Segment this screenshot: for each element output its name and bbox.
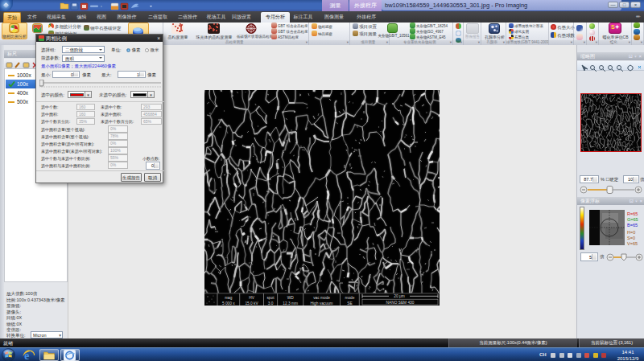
svg-text:20 μm: 20 μm: [394, 294, 404, 298]
svg-text:NANO SEM 430: NANO SEM 430: [386, 301, 415, 305]
svg-text:SE: SE: [347, 302, 352, 306]
svg-text:mag: mag: [225, 296, 233, 300]
svg-text:vac mode: vac mode: [313, 296, 330, 300]
svg-text:5 000 x: 5 000 x: [222, 302, 235, 306]
svg-text:3.0: 3.0: [268, 302, 274, 306]
svg-text:15.0 kV: 15.0 kV: [245, 302, 258, 306]
svg-text:HV: HV: [249, 296, 254, 300]
svg-text:spot: spot: [266, 296, 275, 300]
svg-text:WD: WD: [287, 296, 295, 300]
svg-text:12.3 mm: 12.3 mm: [283, 302, 298, 306]
svg-text:mode: mode: [345, 296, 354, 300]
svg-text:High vacuum: High vacuum: [311, 302, 333, 306]
